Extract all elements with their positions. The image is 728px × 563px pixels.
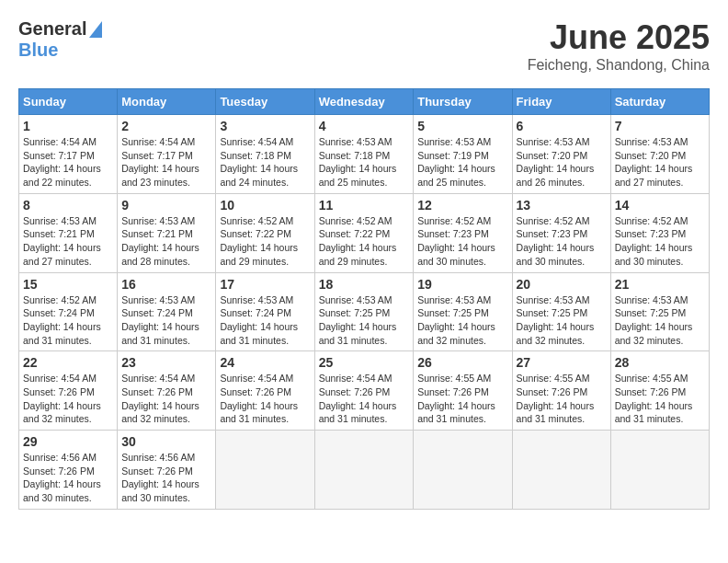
calendar-cell: 27 Sunrise: 4:55 AM Sunset: 7:26 PM Dayl… bbox=[512, 351, 610, 431]
logo-blue-label: Blue bbox=[18, 40, 58, 60]
calendar-cell bbox=[216, 431, 314, 510]
logo-general-text: General bbox=[18, 18, 86, 40]
day-detail: Sunrise: 4:53 AM Sunset: 7:25 PM Dayligh… bbox=[517, 293, 607, 348]
calendar-cell: 9 Sunrise: 4:53 AM Sunset: 7:21 PM Dayli… bbox=[118, 193, 216, 272]
day-number: 29 bbox=[23, 434, 113, 449]
calendar-cell: 19 Sunrise: 4:53 AM Sunset: 7:25 PM Dayl… bbox=[414, 272, 512, 351]
day-detail: Sunrise: 4:53 AM Sunset: 7:25 PM Dayligh… bbox=[417, 293, 507, 348]
calendar-cell: 6 Sunrise: 4:53 AM Sunset: 7:20 PM Dayli… bbox=[512, 115, 610, 194]
day-number: 11 bbox=[319, 198, 410, 213]
title-area: June 2025 Feicheng, Shandong, China bbox=[528, 18, 710, 74]
day-number: 10 bbox=[220, 198, 310, 213]
day-detail: Sunrise: 4:55 AM Sunset: 7:26 PM Dayligh… bbox=[417, 372, 507, 426]
day-header-wednesday: Wednesday bbox=[314, 89, 414, 115]
day-number: 18 bbox=[319, 277, 410, 292]
calendar-cell: 23 Sunrise: 4:54 AM Sunset: 7:26 PM Dayl… bbox=[118, 351, 216, 431]
calendar-cell: 4 Sunrise: 4:53 AM Sunset: 7:18 PM Dayli… bbox=[314, 115, 414, 194]
day-detail: Sunrise: 4:53 AM Sunset: 7:24 PM Dayligh… bbox=[121, 293, 211, 348]
day-detail: Sunrise: 4:52 AM Sunset: 7:24 PM Dayligh… bbox=[23, 293, 113, 348]
day-detail: Sunrise: 4:53 AM Sunset: 7:25 PM Dayligh… bbox=[615, 293, 705, 348]
day-number: 5 bbox=[417, 119, 507, 133]
day-number: 3 bbox=[220, 119, 310, 133]
calendar-cell: 16 Sunrise: 4:53 AM Sunset: 7:24 PM Dayl… bbox=[118, 272, 216, 351]
day-number: 8 bbox=[23, 198, 113, 213]
calendar-cell bbox=[610, 431, 709, 510]
day-detail: Sunrise: 4:54 AM Sunset: 7:17 PM Dayligh… bbox=[23, 135, 113, 190]
logo: General Blue bbox=[18, 18, 102, 61]
calendar-cell: 11 Sunrise: 4:52 AM Sunset: 7:22 PM Dayl… bbox=[314, 193, 414, 272]
calendar-cell: 21 Sunrise: 4:53 AM Sunset: 7:25 PM Dayl… bbox=[610, 272, 709, 351]
calendar-cell: 22 Sunrise: 4:54 AM Sunset: 7:26 PM Dayl… bbox=[19, 351, 118, 431]
calendar-cell: 3 Sunrise: 4:54 AM Sunset: 7:18 PM Dayli… bbox=[216, 115, 314, 194]
calendar-cell: 14 Sunrise: 4:52 AM Sunset: 7:23 PM Dayl… bbox=[610, 193, 709, 272]
day-detail: Sunrise: 4:52 AM Sunset: 7:22 PM Dayligh… bbox=[319, 214, 410, 269]
day-detail: Sunrise: 4:53 AM Sunset: 7:20 PM Dayligh… bbox=[517, 135, 607, 190]
day-detail: Sunrise: 4:54 AM Sunset: 7:18 PM Dayligh… bbox=[220, 135, 310, 190]
day-detail: Sunrise: 4:52 AM Sunset: 7:23 PM Dayligh… bbox=[517, 214, 607, 269]
calendar-cell: 12 Sunrise: 4:52 AM Sunset: 7:23 PM Dayl… bbox=[414, 193, 512, 272]
day-detail: Sunrise: 4:52 AM Sunset: 7:23 PM Dayligh… bbox=[615, 214, 705, 269]
day-detail: Sunrise: 4:53 AM Sunset: 7:21 PM Dayligh… bbox=[121, 214, 211, 269]
day-number: 16 bbox=[121, 277, 211, 292]
day-detail: Sunrise: 4:53 AM Sunset: 7:25 PM Dayligh… bbox=[319, 293, 410, 348]
day-detail: Sunrise: 4:53 AM Sunset: 7:18 PM Dayligh… bbox=[319, 135, 410, 190]
calendar-cell: 2 Sunrise: 4:54 AM Sunset: 7:17 PM Dayli… bbox=[118, 115, 216, 194]
day-detail: Sunrise: 4:53 AM Sunset: 7:24 PM Dayligh… bbox=[220, 293, 310, 348]
day-number: 17 bbox=[220, 277, 310, 292]
calendar-body: 1 Sunrise: 4:54 AM Sunset: 7:17 PM Dayli… bbox=[19, 115, 710, 510]
day-detail: Sunrise: 4:54 AM Sunset: 7:26 PM Dayligh… bbox=[319, 372, 410, 426]
calendar-title: June 2025 bbox=[528, 18, 710, 57]
day-header-monday: Monday bbox=[118, 89, 216, 115]
calendar-cell: 1 Sunrise: 4:54 AM Sunset: 7:17 PM Dayli… bbox=[19, 115, 118, 194]
calendar-week-2: 8 Sunrise: 4:53 AM Sunset: 7:21 PM Dayli… bbox=[19, 193, 710, 272]
calendar-cell: 17 Sunrise: 4:53 AM Sunset: 7:24 PM Dayl… bbox=[216, 272, 314, 351]
calendar-header-row: SundayMondayTuesdayWednesdayThursdayFrid… bbox=[19, 89, 710, 115]
calendar-week-5: 29 Sunrise: 4:56 AM Sunset: 7:26 PM Dayl… bbox=[19, 431, 710, 510]
day-detail: Sunrise: 4:55 AM Sunset: 7:26 PM Dayligh… bbox=[615, 372, 705, 426]
calendar-cell: 18 Sunrise: 4:53 AM Sunset: 7:25 PM Dayl… bbox=[314, 272, 414, 351]
logo-blue-text: Blue bbox=[18, 40, 58, 61]
calendar-week-1: 1 Sunrise: 4:54 AM Sunset: 7:17 PM Dayli… bbox=[19, 115, 710, 194]
day-number: 7 bbox=[615, 119, 705, 133]
calendar-cell: 8 Sunrise: 4:53 AM Sunset: 7:21 PM Dayli… bbox=[19, 193, 118, 272]
calendar-week-4: 22 Sunrise: 4:54 AM Sunset: 7:26 PM Dayl… bbox=[19, 351, 710, 431]
calendar-cell bbox=[512, 431, 610, 510]
calendar-cell: 26 Sunrise: 4:55 AM Sunset: 7:26 PM Dayl… bbox=[414, 351, 512, 431]
day-detail: Sunrise: 4:54 AM Sunset: 7:26 PM Dayligh… bbox=[121, 372, 211, 426]
day-detail: Sunrise: 4:52 AM Sunset: 7:23 PM Dayligh… bbox=[417, 214, 507, 269]
calendar-cell: 30 Sunrise: 4:56 AM Sunset: 7:26 PM Dayl… bbox=[118, 431, 216, 510]
day-number: 25 bbox=[319, 355, 410, 370]
day-detail: Sunrise: 4:53 AM Sunset: 7:20 PM Dayligh… bbox=[615, 135, 705, 190]
day-detail: Sunrise: 4:54 AM Sunset: 7:17 PM Dayligh… bbox=[121, 135, 211, 190]
day-detail: Sunrise: 4:52 AM Sunset: 7:22 PM Dayligh… bbox=[220, 214, 310, 269]
calendar-cell: 24 Sunrise: 4:54 AM Sunset: 7:26 PM Dayl… bbox=[216, 351, 314, 431]
day-number: 30 bbox=[121, 434, 211, 449]
day-number: 26 bbox=[417, 355, 507, 370]
calendar-cell bbox=[414, 431, 512, 510]
day-number: 22 bbox=[23, 355, 113, 370]
calendar-subtitle: Feicheng, Shandong, China bbox=[528, 57, 710, 74]
day-number: 4 bbox=[319, 119, 410, 133]
calendar-cell: 13 Sunrise: 4:52 AM Sunset: 7:23 PM Dayl… bbox=[512, 193, 610, 272]
calendar-cell: 10 Sunrise: 4:52 AM Sunset: 7:22 PM Dayl… bbox=[216, 193, 314, 272]
calendar-week-3: 15 Sunrise: 4:52 AM Sunset: 7:24 PM Dayl… bbox=[19, 272, 710, 351]
calendar-cell: 7 Sunrise: 4:53 AM Sunset: 7:20 PM Dayli… bbox=[610, 115, 709, 194]
day-detail: Sunrise: 4:55 AM Sunset: 7:26 PM Dayligh… bbox=[517, 372, 607, 426]
calendar-table: SundayMondayTuesdayWednesdayThursdayFrid… bbox=[18, 88, 710, 510]
day-detail: Sunrise: 4:53 AM Sunset: 7:19 PM Dayligh… bbox=[417, 135, 507, 190]
day-header-sunday: Sunday bbox=[19, 89, 118, 115]
day-number: 9 bbox=[121, 198, 211, 213]
day-detail: Sunrise: 4:56 AM Sunset: 7:26 PM Dayligh… bbox=[23, 451, 113, 505]
day-number: 13 bbox=[517, 198, 607, 213]
day-detail: Sunrise: 4:56 AM Sunset: 7:26 PM Dayligh… bbox=[121, 451, 211, 505]
day-number: 2 bbox=[121, 119, 211, 133]
calendar-cell: 29 Sunrise: 4:56 AM Sunset: 7:26 PM Dayl… bbox=[19, 431, 118, 510]
day-number: 15 bbox=[23, 277, 113, 292]
day-detail: Sunrise: 4:54 AM Sunset: 7:26 PM Dayligh… bbox=[23, 372, 113, 426]
day-number: 1 bbox=[23, 119, 113, 133]
calendar-cell: 20 Sunrise: 4:53 AM Sunset: 7:25 PM Dayl… bbox=[512, 272, 610, 351]
day-number: 14 bbox=[615, 198, 705, 213]
logo-triangle-icon bbox=[89, 21, 102, 38]
calendar-cell: 28 Sunrise: 4:55 AM Sunset: 7:26 PM Dayl… bbox=[610, 351, 709, 431]
calendar-cell: 5 Sunrise: 4:53 AM Sunset: 7:19 PM Dayli… bbox=[414, 115, 512, 194]
